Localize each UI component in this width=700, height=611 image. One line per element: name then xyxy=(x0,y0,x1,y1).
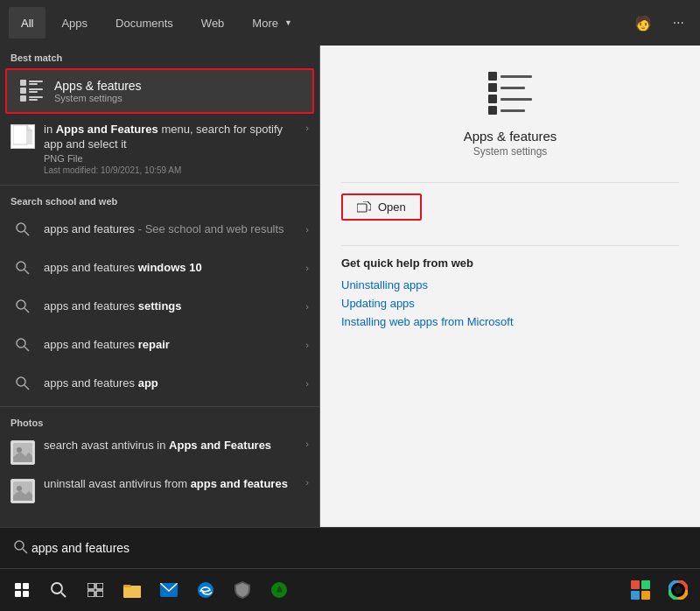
svg-line-14 xyxy=(24,231,29,235)
icon-line-3 xyxy=(500,98,532,101)
rainbow-icon xyxy=(668,580,688,600)
search-result-icon-2 xyxy=(10,256,35,280)
icon-sq-3 xyxy=(488,95,497,103)
right-panel: Apps & features System settings Open Get… xyxy=(319,46,700,527)
best-match-item[interactable]: Apps & features System settings xyxy=(5,68,314,114)
taskbar-color-app[interactable] xyxy=(622,572,659,607)
open-button[interactable]: Open xyxy=(341,193,422,221)
user-icon[interactable]: 🧑 xyxy=(627,11,659,35)
svg-point-32 xyxy=(52,583,62,593)
search-result-icon-4 xyxy=(10,333,35,357)
icon-row-4 xyxy=(488,106,532,115)
bottom-area xyxy=(0,527,700,611)
search-result-5[interactable]: apps and features app › xyxy=(0,364,319,403)
chevron-right-icon: › xyxy=(305,123,309,133)
search-school-label: Search school and web xyxy=(0,189,319,210)
search-result-icon-5 xyxy=(10,371,35,396)
svg-rect-36 xyxy=(88,591,94,597)
chevron-right-icon-3: › xyxy=(305,301,309,312)
tab-all[interactable]: All xyxy=(9,7,46,39)
search-result-4[interactable]: apps and features repair › xyxy=(0,326,319,364)
file-result-text: in Apps and Features menu, search for sp… xyxy=(44,123,302,176)
svg-line-31 xyxy=(23,549,27,553)
svg-rect-2 xyxy=(20,95,26,102)
taskbar-antivirus[interactable] xyxy=(224,572,261,607)
search-result-2[interactable]: apps and features windows 10 › xyxy=(0,249,319,287)
windows-start-button[interactable] xyxy=(4,572,40,607)
taskbar-row xyxy=(0,569,700,611)
svg-rect-37 xyxy=(96,591,103,597)
tab-web[interactable]: Web xyxy=(189,7,237,39)
app-icon-preview xyxy=(488,72,532,115)
quick-help-link-3[interactable]: Installing web apps from Microsoft xyxy=(341,315,679,328)
search-input[interactable] xyxy=(32,541,285,555)
svg-point-15 xyxy=(17,262,25,270)
search-result-text-3: apps and features settings xyxy=(44,299,302,314)
svg-rect-5 xyxy=(29,88,43,90)
svg-line-33 xyxy=(61,593,66,597)
ellipsis-icon[interactable]: ··· xyxy=(666,11,691,34)
svg-point-19 xyxy=(17,339,25,348)
mail-icon xyxy=(160,583,178,597)
svg-point-17 xyxy=(17,300,25,309)
tab-apps[interactable]: Apps xyxy=(49,7,100,39)
open-icon xyxy=(357,201,371,214)
icon-row-2 xyxy=(488,83,532,92)
shield-icon xyxy=(234,581,250,599)
search-result-icon-1 xyxy=(10,217,35,242)
best-match-subtitle: System settings xyxy=(54,93,142,103)
svg-point-24 xyxy=(17,447,22,453)
taskbar-mail[interactable] xyxy=(150,572,187,607)
file-explorer-icon xyxy=(123,582,141,598)
taskbar-file-explorer[interactable] xyxy=(114,572,150,607)
tab-more[interactable]: More ▼ xyxy=(240,7,304,39)
taskbar-task-view[interactable] xyxy=(77,572,114,607)
taskbar-search-icon xyxy=(51,582,66,598)
divider-1 xyxy=(0,185,319,186)
search-row xyxy=(0,527,700,569)
search-result-1[interactable]: apps and features - See school and web r… xyxy=(0,210,319,249)
svg-rect-3 xyxy=(29,81,43,82)
taskbar-xbox[interactable] xyxy=(261,572,298,607)
photos-result-2[interactable]: uninstall avast antivirus from apps and … xyxy=(0,470,319,509)
taskbar-rainbow-app[interactable] xyxy=(660,572,696,607)
svg-point-21 xyxy=(17,377,25,386)
chevron-right-icon-2: › xyxy=(305,263,309,273)
taskbar-search[interactable] xyxy=(40,572,77,607)
tab-documents[interactable]: Documents xyxy=(103,7,186,39)
svg-rect-45 xyxy=(641,591,650,600)
icon-line-1 xyxy=(500,75,532,78)
tabs-bar: All Apps Documents Web More ▼ 🧑 ··· xyxy=(0,0,700,46)
xbox-icon xyxy=(270,581,288,599)
windows-icon xyxy=(15,583,29,597)
svg-rect-4 xyxy=(29,83,38,85)
icon-sq-4 xyxy=(488,106,497,115)
svg-point-40 xyxy=(198,582,214,598)
svg-rect-29 xyxy=(357,204,367,212)
best-match-text: Apps & features System settings xyxy=(54,79,142,103)
search-bar-icon xyxy=(10,537,32,560)
chevron-right-icon-6: › xyxy=(305,439,309,449)
svg-line-18 xyxy=(24,308,29,313)
app-preview-icon-area xyxy=(341,72,679,118)
chevron-right-icon-7: › xyxy=(305,477,309,488)
icon-row-1 xyxy=(488,72,532,81)
svg-rect-43 xyxy=(641,580,650,589)
search-result-text-4: apps and features repair xyxy=(44,338,302,353)
quick-help-link-1[interactable]: Uninstalling apps xyxy=(341,278,679,291)
file-result-item[interactable]: in Apps and Features menu, search for sp… xyxy=(0,116,319,181)
search-result-text-1: apps and features - See school and web r… xyxy=(44,222,302,237)
taskbar-edge[interactable] xyxy=(187,572,224,607)
photos-result-1[interactable]: search avast antivirus in Apps and Featu… xyxy=(0,432,319,470)
quick-help-link-2[interactable]: Updating apps xyxy=(341,297,679,310)
chevron-down-icon: ▼ xyxy=(284,18,292,27)
svg-rect-1 xyxy=(20,88,26,94)
svg-rect-0 xyxy=(20,80,26,86)
right-panel-app-subtitle: System settings xyxy=(341,145,679,158)
photos-result-text-1: search avast antivirus in Apps and Featu… xyxy=(44,439,302,453)
win-sq-3 xyxy=(15,591,21,597)
icon-line-4 xyxy=(500,109,525,112)
svg-line-16 xyxy=(24,270,29,274)
svg-rect-34 xyxy=(88,583,94,589)
search-result-3[interactable]: apps and features settings › xyxy=(0,287,319,326)
